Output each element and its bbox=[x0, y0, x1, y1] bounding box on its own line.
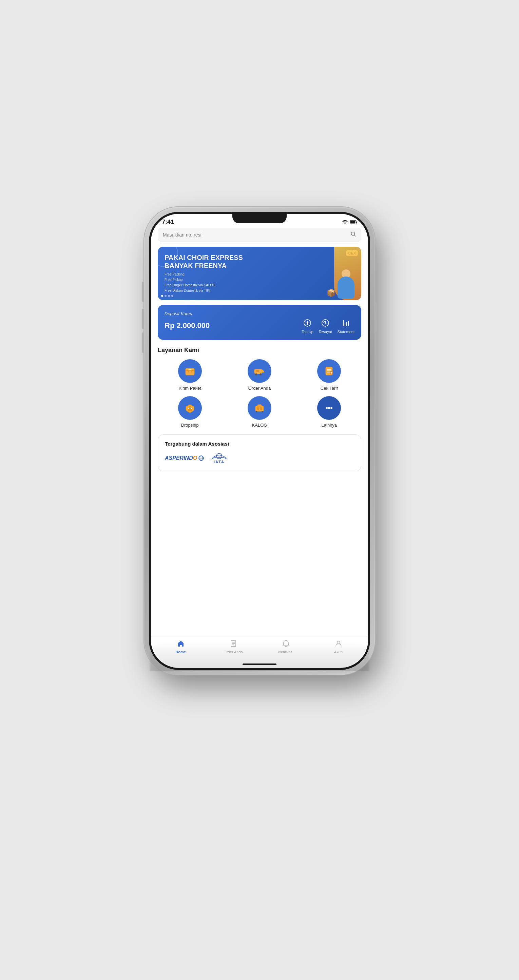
svg-rect-1 bbox=[350, 221, 356, 223]
deposit-action-topup[interactable]: Top Up bbox=[302, 318, 313, 334]
deposit-action-riwayat[interactable]: Riwayat bbox=[319, 318, 332, 334]
iata-logo: IATA bbox=[211, 451, 228, 465]
service-dropship[interactable]: Dropship bbox=[158, 396, 222, 428]
order-anda-icon bbox=[248, 359, 271, 383]
banner-text: PAKAI CHOIR EXPRESS BANYAK FREENYA Free … bbox=[164, 253, 243, 293]
topup-icon bbox=[302, 318, 313, 328]
svg-point-20 bbox=[262, 411, 263, 412]
deposit-label: Deposit Kamu bbox=[164, 311, 355, 316]
notch bbox=[232, 214, 287, 223]
phone-screen: 7:41 bbox=[151, 214, 368, 668]
banner-person-area: 📦 bbox=[324, 247, 361, 300]
association-logos: ASPERINDO IATA bbox=[165, 451, 354, 465]
cek-tarif-label: Cek Tarif bbox=[321, 386, 338, 391]
deposit-row: Rp 2.000.000 Top Up bbox=[164, 318, 355, 334]
svg-rect-8 bbox=[256, 370, 259, 372]
iata-wings-svg: IATA bbox=[211, 451, 228, 465]
association-title: Tergabung dalam Asosiasi bbox=[165, 441, 354, 447]
riwayat-label: Riwayat bbox=[319, 330, 332, 334]
wifi-icon bbox=[342, 220, 348, 225]
svg-rect-18 bbox=[257, 405, 262, 407]
svg-point-9 bbox=[255, 374, 257, 375]
riwayat-icon bbox=[320, 318, 331, 328]
service-cek-tarif[interactable]: Cek Tarif bbox=[297, 359, 361, 391]
svg-point-19 bbox=[256, 411, 257, 412]
svg-point-14 bbox=[189, 406, 191, 408]
lainnya-icon bbox=[317, 396, 341, 420]
svg-rect-2 bbox=[356, 222, 357, 223]
deposit-card: Deposit Kamu Rp 2.000.000 Top Up bbox=[158, 305, 361, 340]
asperindo-text: ASPERINDO bbox=[165, 455, 197, 461]
status-time: 7:41 bbox=[162, 219, 174, 226]
svg-rect-16 bbox=[257, 407, 259, 410]
deposit-action-statement[interactable]: Statement bbox=[337, 318, 355, 334]
package-emoji: 📦 bbox=[327, 289, 336, 298]
dropship-icon bbox=[178, 396, 202, 420]
svg-text:IATA: IATA bbox=[214, 460, 225, 464]
dropship-label: Dropship bbox=[181, 423, 199, 428]
service-order-anda[interactable]: Order Anda bbox=[227, 359, 291, 391]
kirim-paket-icon bbox=[178, 359, 202, 383]
person-figure bbox=[337, 269, 355, 299]
banner-dots bbox=[161, 295, 173, 297]
kalog-label: KALOG bbox=[252, 423, 267, 428]
service-kalog[interactable]: KALOG bbox=[227, 396, 291, 428]
person-body bbox=[337, 277, 355, 299]
banner-dot-1 bbox=[161, 295, 163, 297]
kalog-icon bbox=[248, 396, 271, 420]
banner-title-line1: PAKAI CHOIR EXPRESS bbox=[164, 253, 243, 262]
deposit-amount: Rp 2.000.000 bbox=[164, 321, 210, 330]
deposit-actions: Top Up Riwayat bbox=[302, 318, 355, 334]
statement-label: Statement bbox=[337, 330, 355, 334]
services-title: Layanan Kami bbox=[158, 347, 361, 354]
services-section: Layanan Kami bbox=[158, 347, 361, 428]
association-card: Tergabung dalam Asosiasi ASPERINDO bbox=[158, 434, 361, 471]
lainnya-label: Lainnya bbox=[322, 423, 337, 428]
search-bar[interactable] bbox=[158, 228, 361, 242]
phone-inner: 7:41 bbox=[149, 212, 370, 670]
services-grid: Kirim Paket bbox=[158, 359, 361, 428]
screen-content[interactable]: PAKAI CHOIR EXPRESS BANYAK FREENYA Free … bbox=[151, 228, 368, 636]
search-icon bbox=[351, 231, 356, 238]
svg-point-22 bbox=[328, 407, 330, 409]
battery-icon bbox=[350, 220, 357, 224]
statement-icon bbox=[340, 318, 351, 328]
search-input[interactable] bbox=[163, 232, 351, 237]
order-anda-label: Order Anda bbox=[248, 386, 271, 391]
svg-point-23 bbox=[331, 407, 332, 409]
banner[interactable]: PAKAI CHOIR EXPRESS BANYAK FREENYA Free … bbox=[158, 247, 361, 300]
asperindo-globe bbox=[198, 455, 204, 461]
banner-title-line2: BANYAK FREENYA bbox=[164, 262, 243, 270]
svg-rect-17 bbox=[260, 407, 262, 410]
kirim-paket-label: Kirim Paket bbox=[179, 386, 201, 391]
banner-dot-3 bbox=[168, 295, 170, 297]
asperindo-logo: ASPERINDO bbox=[165, 455, 204, 461]
banner-dot-4 bbox=[171, 295, 173, 297]
svg-point-10 bbox=[260, 374, 262, 375]
banner-bullets: Free PackingFree PickupFree Ongkir Domes… bbox=[164, 272, 243, 293]
service-kirim-paket[interactable]: Kirim Paket bbox=[158, 359, 222, 391]
phone-outer: 7:41 bbox=[144, 207, 375, 675]
status-icons bbox=[342, 220, 357, 225]
page-wrapper: 7:41 bbox=[0, 0, 519, 980]
banner-dot-2 bbox=[164, 295, 166, 297]
svg-point-21 bbox=[326, 407, 328, 409]
cek-tarif-icon bbox=[317, 359, 341, 383]
topup-label: Top Up bbox=[302, 330, 313, 334]
phone-reflection bbox=[150, 641, 369, 671]
service-lainnya[interactable]: Lainnya bbox=[297, 396, 361, 428]
